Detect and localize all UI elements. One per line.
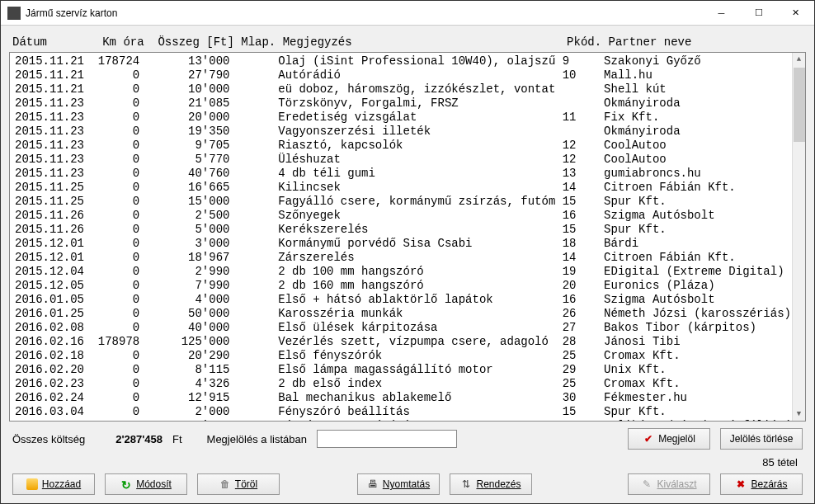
table-row[interactable]: 2016.02.20 0 8'115 Első lámpa magasságál… [15,363,792,377]
table-row[interactable]: 2015.11.21 0 10'000 eü doboz, háromszög,… [15,82,792,97]
table-row[interactable]: 2016.01.25 0 50'000 Karosszéria munkák 2… [15,307,792,321]
table-row[interactable]: 2015.11.23 0 19'350 Vagyonszerzési illet… [15,125,792,139]
mark-input[interactable] [317,430,457,448]
table-row[interactable]: 2015.12.05 0 7'990 2 db 160 mm hangszóró… [15,279,792,293]
table-row[interactable]: 2015.12.04 0 2'990 2 db 100 mm hangszóró… [15,265,792,279]
table-row[interactable]: 2016.02.18 0 20'290 Első fényszórók 25 C… [15,349,792,363]
table-row[interactable]: 2015.11.23 0 9'705 Riasztó, kapcsolók 12… [15,139,792,153]
table-row[interactable]: 2015.11.21 178724 13'000 Olaj (iSint Pro… [15,54,792,68]
sort-label: Rendezés [476,478,521,490]
table-row[interactable]: 2015.11.25 0 16'665 Kilincsek 14 Citroen… [15,181,792,195]
maximize-button[interactable]: ☐ [740,1,777,25]
table-row[interactable]: 2015.12.01 0 18'967 Zárszerelés 14 Citro… [15,251,792,265]
currency-label: Ft [172,433,182,445]
close-button[interactable]: ✖ Bezárás [720,473,803,495]
action-bar: Hozzáad ↻ Módosít 🗑 Töröl 🖶 Nyomtatás ⇅ … [9,470,806,498]
table-row[interactable]: 2015.11.26 0 5'000 Kerékszerelés 15 Spur… [15,223,792,237]
add-icon [26,478,38,490]
select-label: Kiválaszt [657,478,696,490]
table-row[interactable]: 2016.03.04 0 2'000 Fényszóró beállítás 1… [15,405,792,419]
clear-mark-button[interactable]: Jelölés törlése [720,428,803,450]
check-icon: ✔ [643,433,654,445]
mark-button-label: Megjelöl [658,433,695,445]
add-label: Hozzáad [42,478,81,490]
close-window-button[interactable]: ✕ [777,1,814,25]
table-row[interactable]: 2015.11.23 0 40'760 4 db téli gumi 13 gu… [15,167,792,181]
table-row[interactable]: 2015.11.23 0 21'085 Törzskönyv, Forgalmi… [15,97,792,111]
print-button[interactable]: 🖶 Nyomtatás [357,473,440,495]
footer-summary: Összes költség 2'287'458 Ft Megjelölés a… [9,422,806,453]
scroll-down-icon[interactable]: ▼ [793,407,805,421]
scrollbar[interactable]: ▲ ▼ [792,53,805,421]
column-headers: Dátum Km óra Összeg [Ft] Mlap. Megjegyzé… [9,32,806,52]
scroll-up-icon[interactable]: ▲ [793,53,805,66]
table-row[interactable]: 2015.11.23 0 5'770 Üléshuzat 12 CoolAuto… [15,153,792,167]
list-body[interactable]: 2015.11.21 178724 13'000 Olaj (iSint Pro… [10,53,792,421]
del-label: Töröl [235,478,257,490]
close-icon: ✖ [735,478,747,490]
delete-button[interactable]: 🗑 Töröl [197,473,280,495]
pencil-icon: ✎ [641,478,652,490]
service-list: 2015.11.21 178724 13'000 Olaj (iSint Pro… [9,52,806,422]
clear-mark-label: Jelölés törlése [730,433,794,445]
table-row[interactable]: 2015.11.23 0 20'000 Eredetiség vizsgálat… [15,111,792,125]
table-row[interactable]: 2016.02.24 0 12'915 Bal mechanikus ablak… [15,391,792,405]
printer-icon: 🖶 [367,478,379,490]
item-count: 85 tétel [762,456,798,469]
scroll-thumb[interactable] [794,68,805,142]
table-row[interactable]: 2015.12.01 0 3'000 Kormánymű porvédő Sis… [15,237,792,251]
modify-button[interactable]: ↻ Módosít [105,473,187,495]
table-row[interactable]: 2016.02.08 0 40'000 Első ülések kárpitoz… [15,321,792,335]
count-row: 85 tétel [9,453,806,470]
print-label: Nyomtatás [383,478,430,490]
trash-icon: 🗑 [219,478,231,490]
window-title: Jármű szervíz karton [26,7,703,19]
minimize-button[interactable]: ─ [703,1,740,25]
table-row[interactable]: 2016.02.16 178978 125'000 Vezérlés szett… [15,335,792,349]
sort-icon: ⇅ [460,478,472,490]
table-row[interactable]: 2016.02.23 0 4'326 2 db első index 25 Cr… [15,377,792,391]
mod-label: Módosít [136,478,172,490]
table-row[interactable]: 2015.11.21 0 27'790 Autórádió 10 Mall.hu [15,68,792,82]
app-icon [7,7,21,20]
select-button[interactable]: ✎ Kiválaszt [628,473,710,495]
mark-label: Megjelölés a listában [207,433,307,445]
close-label: Bezárás [751,478,787,490]
titlebar: Jármű szervíz karton ─ ☐ ✕ [1,1,814,26]
mark-button[interactable]: ✔ Megjelöl [628,428,710,450]
table-row[interactable]: 2015.11.25 0 15'000 Fagyálló csere, korm… [15,195,792,209]
refresh-icon: ↻ [120,478,132,490]
total-cost-label: Összes költség [12,433,95,445]
add-button[interactable]: Hozzáad [12,473,95,495]
table-row[interactable]: 2016.03.08 0 8'000 Hátsó üveg sötétítés … [15,419,792,421]
table-row[interactable]: 2015.11.26 0 2'500 Szőnyegek 16 Szigma A… [15,209,792,223]
table-row[interactable]: 2016.01.05 0 4'000 Első + hátsó ablaktör… [15,293,792,307]
sort-button[interactable]: ⇅ Rendezés [450,473,532,495]
app-window: Jármű szervíz karton ─ ☐ ✕ Dátum Km óra … [0,0,815,504]
total-cost-value: 2'287'458 [105,433,163,445]
